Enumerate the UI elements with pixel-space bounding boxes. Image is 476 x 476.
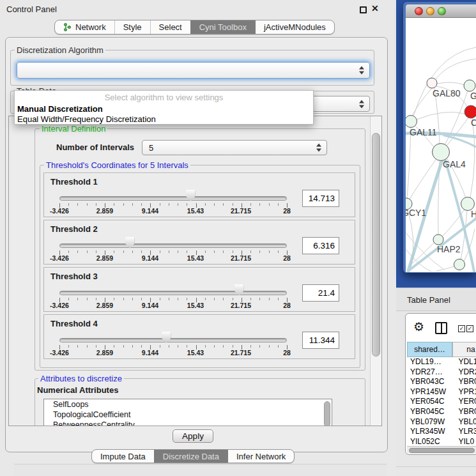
- minimize-traffic-light-icon[interactable]: [426, 7, 434, 15]
- node-label: GAL80: [433, 88, 461, 98]
- network-view-window[interactable]: GAL80 G C GAL11 GAL4 GCY1 H HAP2: [403, 2, 476, 273]
- panel-title: Control Panel: [6, 4, 57, 14]
- node-top-right[interactable]: [464, 80, 475, 91]
- node-selected-red[interactable]: [464, 105, 476, 118]
- node-label: GCY1: [406, 208, 426, 218]
- panel-scrollbar-track[interactable]: [370, 116, 381, 426]
- tab-jactivemnodules[interactable]: jActiveMNodules: [255, 20, 334, 34]
- algorithm-dropdown-popup: Select algorithm to view settings Manual…: [14, 90, 314, 125]
- node-label: HAP2: [437, 244, 461, 254]
- list-item[interactable]: BetweennessCentrality: [44, 420, 332, 426]
- node-gal80[interactable]: [427, 78, 437, 88]
- tab-infer-network[interactable]: Infer Network: [227, 450, 294, 463]
- apply-button[interactable]: Apply: [173, 429, 213, 443]
- node-bottom-partial[interactable]: [454, 259, 465, 270]
- table-row[interactable]: YBR045CYBR0: [407, 407, 476, 417]
- table-row[interactable]: YBR043CYBR0: [407, 377, 476, 387]
- threshold-3-label: Threshold 3: [50, 272, 98, 281]
- threshold-4-value-field[interactable]: 11.344: [302, 332, 339, 349]
- table-panel: ⚙ ✓ ✓ shared… na YDL19…YDL1 YDR27…YDR2 Y…: [405, 313, 476, 455]
- cyni-toolbox-panel: Discretization Algorithm Table Data galF…: [5, 37, 388, 452]
- table-row[interactable]: YBL079WYBL0: [407, 417, 476, 427]
- node-label: G: [470, 91, 476, 101]
- network-canvas[interactable]: GAL80 G C GAL11 GAL4 GCY1 H HAP2: [406, 18, 476, 272]
- threshold-2-panel: Threshold 2 -3.426 2.859 9.144 15.43 21.…: [43, 220, 355, 265]
- attributes-legend: Attributes to discretize: [38, 374, 124, 383]
- combo-spinner-icon: [359, 66, 365, 75]
- interval-definition-legend: Interval Definition: [40, 124, 107, 134]
- table-panel-titlebar: Table Panel: [396, 288, 476, 311]
- settings-scroll-panel: Interval Definition Number of Intervals …: [8, 116, 382, 426]
- discretization-algorithm-legend: Discretization Algorithm: [15, 45, 105, 55]
- tab-network[interactable]: Network: [55, 20, 114, 34]
- list-item[interactable]: SelfLoops: [44, 399, 332, 410]
- table-row[interactable]: YPR145WYPR1: [407, 387, 476, 397]
- table-row[interactable]: YER054CYER0: [407, 397, 476, 407]
- threshold-2-label: Threshold 2: [50, 224, 98, 234]
- table-header-row: shared… na: [407, 342, 476, 357]
- tab-impute-data[interactable]: Impute Data: [92, 450, 154, 463]
- table-row[interactable]: YDR27…YDR2: [407, 367, 476, 378]
- table-row[interactable]: YDL19…YDL1: [407, 357, 476, 367]
- dropdown-option-manual[interactable]: Manual Discretization: [17, 104, 103, 114]
- bottom-tabbar: Impute Data Discretize Data Infer Networ…: [91, 449, 295, 463]
- float-window-icon[interactable]: [360, 6, 367, 13]
- combo-spinner-icon: [316, 143, 322, 153]
- column-header-shared-name[interactable]: shared…: [407, 342, 452, 357]
- node-hap2[interactable]: [433, 234, 443, 245]
- column-layout-icon[interactable]: [435, 322, 447, 334]
- threshold-1-panel: Threshold 1 -3.426 2.859 9.144 15.43 21.…: [43, 173, 355, 217]
- network-icon: [63, 23, 72, 31]
- table-hscrollbar-thumb[interactable]: [409, 448, 475, 453]
- list-item[interactable]: TopologicalCoefficient: [44, 410, 332, 420]
- checkbox-icon[interactable]: ✓: [458, 325, 465, 332]
- table-panel-title: Table Panel: [407, 295, 450, 305]
- threshold-1-label: Threshold 1: [50, 177, 98, 187]
- tab-select[interactable]: Select: [150, 20, 190, 34]
- node-gal11[interactable]: [406, 116, 417, 128]
- network-graph: GAL80 G C GAL11 GAL4 GCY1 H HAP2: [406, 18, 476, 272]
- threshold-4-panel: Threshold 4 -3.426 2.859 9.144 15.43 21.…: [43, 314, 355, 359]
- table-row[interactable]: YLR345WYLR3: [407, 427, 476, 437]
- node-gal4[interactable]: [433, 144, 450, 161]
- threshold-1-value-field[interactable]: 14.713: [302, 190, 339, 207]
- dropdown-placeholder: Select algorithm to view settings: [15, 93, 313, 102]
- number-of-intervals-label: Number of Intervals: [56, 142, 134, 152]
- thresholds-legend: Threshold's Coordinates for 5 Intervals: [44, 160, 190, 170]
- algorithm-combobox[interactable]: [17, 62, 370, 79]
- threshold-3-value-field[interactable]: 21.4: [302, 284, 339, 302]
- apply-row: [14, 464, 387, 476]
- table-hscrollbar-track[interactable]: [407, 446, 476, 454]
- threshold-3-slider-track[interactable]: [59, 291, 287, 295]
- threshold-2-slider-track[interactable]: [59, 243, 287, 248]
- node-label: C: [471, 118, 476, 128]
- panel-scrollbar-thumb[interactable]: [372, 133, 380, 357]
- numerical-attributes-label: Numerical Attributes: [37, 385, 118, 395]
- node-label: GAL4: [443, 159, 466, 169]
- close-traffic-light-icon[interactable]: [415, 7, 423, 15]
- dropdown-option-equal-width[interactable]: Equal Width/Frequency Discretization: [17, 114, 156, 124]
- close-icon[interactable]: ✕: [371, 3, 379, 13]
- column-header-name[interactable]: na: [452, 342, 476, 357]
- checkbox-icon[interactable]: ✓: [466, 325, 473, 332]
- tab-style[interactable]: Style: [114, 20, 150, 34]
- network-window-titlebar[interactable]: [406, 4, 476, 18]
- gear-icon[interactable]: ⚙: [413, 321, 424, 333]
- number-of-intervals-combobox[interactable]: 5: [142, 140, 327, 155]
- zoom-traffic-light-icon[interactable]: [438, 7, 446, 15]
- control-panel-tabbar: Network Style Select Cyni Toolbox jActiv…: [54, 20, 335, 35]
- threshold-3-panel: Threshold 3 -3.426 2.859 9.144 15.43 21.…: [43, 267, 355, 312]
- threshold-2-value-field[interactable]: 6.316: [302, 237, 339, 254]
- numerical-attributes-list: SelfLoops TopologicalCoefficient Between…: [43, 399, 332, 426]
- table-row[interactable]: YIL052CYIL0: [407, 437, 476, 446]
- combo-spinner-icon: [359, 99, 365, 109]
- node-label: H: [471, 209, 476, 219]
- threshold-4-slider-track[interactable]: [59, 338, 287, 342]
- tab-discretize-data[interactable]: Discretize Data: [154, 450, 227, 463]
- tab-cyni-toolbox[interactable]: Cyni Toolbox: [190, 20, 255, 34]
- threshold-1-slider-track[interactable]: [59, 196, 287, 201]
- threshold-4-label: Threshold 4: [50, 319, 98, 328]
- table-body: YDL19…YDL1 YDR27…YDR2 YBR043CYBR0 YPR145…: [407, 357, 476, 446]
- list-scrollbar[interactable]: [324, 401, 330, 426]
- node-label: GAL11: [410, 127, 437, 137]
